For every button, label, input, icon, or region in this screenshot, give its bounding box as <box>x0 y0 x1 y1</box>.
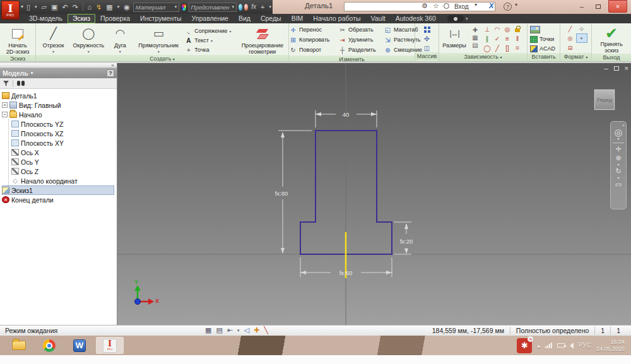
update-button[interactable]: ↯ <box>95 1 103 13</box>
steering-wheel-icon[interactable]: ◎ <box>614 128 622 136</box>
new-file-button[interactable]: ▯ <box>25 1 32 13</box>
browser-header[interactable]: Модель ▾ ? <box>0 68 117 78</box>
screencast-caret-icon[interactable]: ▾ <box>466 16 468 21</box>
circle-tool-button[interactable]: ◯ Окружность ▾ <box>71 25 107 55</box>
centerline-format-button[interactable]: ⊹ <box>576 24 587 33</box>
coincident-constraint-button[interactable]: ✓ <box>492 34 502 44</box>
show-constraints-button[interactable]: ▦ <box>472 34 478 41</box>
tab-view[interactable]: Вид <box>233 14 256 23</box>
signin-caret-icon[interactable]: ▾ <box>475 2 477 8</box>
construction-format-button[interactable]: ╱ <box>565 24 576 33</box>
panel-label-format[interactable]: Формат ▾ <box>560 53 591 61</box>
text-button[interactable]: A Текст ▾ <box>184 36 236 45</box>
search-tools-icon[interactable]: ⚙ <box>422 2 428 10</box>
tree-item-end-of-part[interactable]: ×Конец детали <box>2 195 117 204</box>
parallel-constraint-button[interactable]: ∥ <box>482 34 492 44</box>
symmetric-constraint-button[interactable]: [] <box>502 44 512 53</box>
annotation-scale-icon[interactable]: ▤ <box>216 326 222 334</box>
doc-minimize-button[interactable]: – <box>604 64 608 72</box>
color-wheel-icon[interactable] <box>181 3 186 11</box>
user-avatar-icon[interactable] <box>444 3 449 9</box>
tab-environments[interactable]: Среды <box>256 14 286 23</box>
doc-close-button[interactable]: × <box>625 64 628 72</box>
fillet-caret-icon[interactable]: ▾ <box>230 29 232 33</box>
find-binoculars-icon[interactable] <box>17 81 25 86</box>
move-button[interactable]: ✛Перенос <box>289 25 338 34</box>
fix-constraint-button[interactable] <box>512 25 522 34</box>
equal-constraint-button[interactable]: = <box>512 44 522 53</box>
doc-restore-button[interactable] <box>614 66 619 71</box>
split-button[interactable]: ┼Разделить <box>338 45 384 54</box>
graphics-canvas[interactable]: 40 fx:80 fx:20 fx:60 X Y – × Перед × ◎ ▾… <box>117 63 631 325</box>
appearance-caret-icon[interactable]: ▾ <box>232 4 234 9</box>
save-button[interactable]: ▣ <box>50 1 59 13</box>
home-view-button[interactable]: ⌂ <box>86 1 93 13</box>
add-tool-plus-icon[interactable]: + <box>259 1 266 13</box>
tray-app-icon[interactable]: ✱ <box>517 338 532 353</box>
import-acad-button[interactable]: ACAD <box>530 44 560 53</box>
parameters-fx-button[interactable]: fx <box>250 1 257 13</box>
look-at-icon[interactable]: ▭ <box>615 180 622 189</box>
dimension-value-left[interactable]: fx:80 <box>275 190 288 197</box>
tab-manage[interactable]: Управление <box>187 14 233 23</box>
material-combobox[interactable]: Материал ▾ <box>133 3 180 12</box>
browser-grab-bar[interactable]: × <box>0 63 117 68</box>
undo-button[interactable]: ↶ <box>61 1 69 13</box>
driven-dimension-button[interactable]: ◎ <box>565 33 576 43</box>
expander-plus-icon[interactable]: + <box>2 102 8 108</box>
application-menu-button[interactable]: I PRO <box>1 1 20 20</box>
tree-item-view[interactable]: +Вид: Главный <box>2 100 117 110</box>
tree-item-plane-yz[interactable]: Плоскость YZ <box>11 119 117 129</box>
fillet-button[interactable]: ◟ Сопряжение ▾ <box>184 26 236 35</box>
browser-help-button[interactable]: ? <box>107 69 114 77</box>
horizontal-constraint-button[interactable]: ◯ <box>482 44 492 53</box>
line-caret-icon[interactable]: ▾ <box>52 49 54 55</box>
vertical-constraint-button[interactable]: ‖ <box>512 34 522 44</box>
constraint-status-icon[interactable]: ╲ <box>264 326 268 334</box>
point-button[interactable]: + Точка <box>184 45 236 54</box>
app-menu-caret-icon[interactable]: ▾ <box>21 4 23 9</box>
center-point-format-button[interactable]: + <box>576 33 587 43</box>
screencast-camera-icon[interactable] <box>447 15 464 22</box>
tab-3d-model[interactable]: 3D-модель <box>24 14 68 23</box>
tree-item-axis-x[interactable]: Ось X <box>11 148 117 157</box>
language-indicator[interactable]: РУС <box>579 342 591 349</box>
open-file-button[interactable]: ▱ <box>40 1 48 13</box>
orbit-icon[interactable]: ↻ <box>615 167 621 175</box>
dimension-value-right[interactable]: fx:20 <box>400 238 413 245</box>
tab-autodesk-360[interactable]: Autodesk 360 <box>391 14 441 23</box>
taskbar-explorer-button[interactable] <box>5 337 33 354</box>
help-icon[interactable]: ? <box>504 3 512 11</box>
zoom-caret-icon[interactable]: ▾ <box>617 163 619 167</box>
concentric-constraint-button[interactable]: ◎ <box>502 25 512 34</box>
finish-sketch-button[interactable]: ✔ Принять эскиз <box>600 25 622 54</box>
tab-bim[interactable]: BIM <box>286 14 309 23</box>
collinear-constraint-button[interactable]: ≡ <box>502 34 512 44</box>
window-minimize-button[interactable]: – <box>574 0 589 13</box>
perpendicular-constraint-button[interactable]: ⊥ <box>482 25 492 34</box>
window-close-button[interactable]: × <box>608 0 627 13</box>
filter-funnel-icon[interactable] <box>3 81 9 86</box>
tree-item-axis-z[interactable]: Ось Z <box>11 167 117 176</box>
panel-label-constrain[interactable]: Зависимость ▾ <box>439 53 527 61</box>
measure-button[interactable]: ▦ <box>105 1 114 13</box>
network-signal-icon[interactable] <box>545 343 552 348</box>
line-tool-button[interactable]: ╱ Отрезок ▾ <box>37 25 69 55</box>
adjust-appearance-icon[interactable] <box>239 4 242 11</box>
trim-button[interactable]: ✂Обрезать <box>338 25 384 34</box>
mirror-button[interactable]: ◫ <box>422 44 432 52</box>
tangent-constraint-button[interactable]: ◠ <box>492 25 502 34</box>
tab-sketch[interactable]: Эскиз <box>68 14 95 23</box>
redo-button[interactable]: ↷ <box>71 1 80 13</box>
dimension-value-bottom[interactable]: fx:60 <box>339 269 353 276</box>
iproperties-button[interactable]: ◉ <box>122 1 131 13</box>
degrees-of-freedom-icon[interactable]: ✚ <box>254 326 259 334</box>
new-file-caret-icon[interactable]: ▾ <box>33 1 38 13</box>
copy-button[interactable]: ⊞Копировать <box>289 35 338 44</box>
grid-display-icon[interactable]: ▦ <box>205 326 211 334</box>
tree-item-axis-y[interactable]: Ось Y <box>11 157 117 167</box>
dimension-button[interactable]: |↔| Размеры <box>440 25 468 53</box>
circle-caret-icon[interactable]: ▾ <box>88 49 90 55</box>
text-caret-icon[interactable]: ▾ <box>211 38 213 43</box>
taskbar-inventor-button[interactable]: I PRO <box>96 337 124 354</box>
